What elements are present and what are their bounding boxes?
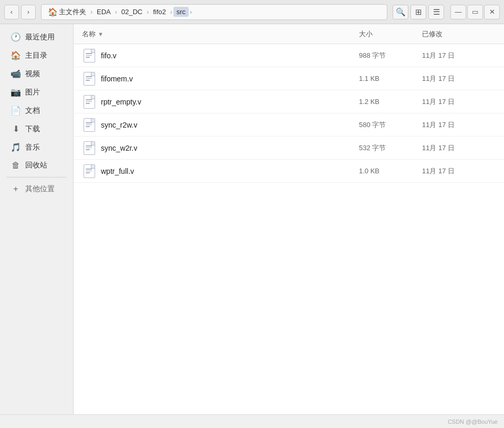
view-toggle-button[interactable]: ⊞: [410, 5, 426, 19]
sidebar-item-documents[interactable]: 📄 文档: [2, 102, 71, 119]
sidebar-item-other-locations[interactable]: + 其他位置: [2, 181, 71, 197]
file-size: 988 字节: [359, 51, 422, 60]
sidebar-item-home[interactable]: 🏠 主目录: [2, 47, 71, 64]
window-controls: — ▭ ✕: [450, 5, 500, 19]
file-icon-wrap: [82, 118, 97, 132]
breadcrumb-home[interactable]: 🏠 主文件夹: [45, 6, 89, 18]
sidebar-label-trash: 回收站: [25, 161, 47, 170]
file-list-header: 名称 ▼ 大小 已修改: [74, 24, 504, 44]
file-icon-wrap: [82, 164, 97, 179]
file-doc-line-1: [86, 99, 92, 100]
file-size: 1.0 KB: [359, 167, 422, 175]
breadcrumb-02dc-label: 02_DC: [121, 8, 142, 16]
sidebar-item-trash[interactable]: 🗑 回收站: [2, 157, 71, 174]
breadcrumb-more: ›: [190, 8, 192, 16]
col-name-header[interactable]: 名称 ▼: [82, 29, 359, 39]
breadcrumb-eda[interactable]: EDA: [94, 7, 114, 17]
file-doc-line-3: [86, 126, 90, 127]
music-icon: 🎵: [11, 142, 21, 152]
sidebar-label-pictures: 图片: [25, 88, 40, 97]
file-doc-line-3: [86, 149, 90, 150]
file-icon-wrap: [82, 48, 97, 63]
documents-icon: 📄: [11, 106, 21, 116]
file-name: fifomem.v: [101, 75, 359, 83]
file-name: sync_w2r.v: [101, 144, 359, 152]
table-row[interactable]: rptr_empty.v 1.2 KB 11月 17 日: [74, 90, 504, 113]
breadcrumb-fifo2[interactable]: fifo2: [150, 7, 169, 17]
file-modified: 11月 17 日: [422, 51, 496, 60]
table-row[interactable]: sync_w2r.v 532 字节 11月 17 日: [74, 137, 504, 160]
sort-icon: ▼: [98, 31, 104, 37]
nav-forward-button[interactable]: ›: [21, 5, 36, 19]
file-modified: 11月 17 日: [422, 97, 496, 107]
file-icon-wrap: [82, 71, 97, 86]
table-row[interactable]: wptr_full.v 1.0 KB 11月 17 日: [74, 160, 504, 183]
file-doc-line-2: [86, 171, 92, 172]
table-row[interactable]: fifomem.v 1.1 KB 11月 17 日: [74, 67, 504, 90]
col-modified-label: 已修改: [422, 30, 443, 38]
close-icon: ✕: [489, 8, 495, 16]
file-doc-icon: [84, 95, 95, 109]
file-doc-line-3: [86, 172, 90, 173]
file-modified: 11月 17 日: [422, 166, 496, 176]
col-name-label: 名称: [82, 29, 96, 39]
sidebar-label-downloads: 下载: [25, 124, 40, 134]
col-modified-header[interactable]: 已修改: [422, 29, 496, 39]
file-doc-icon: [84, 49, 95, 62]
statusbar: CSDN @@BouYue: [0, 414, 504, 428]
file-icon-wrap: [82, 95, 97, 109]
breadcrumb-sep-3: ›: [147, 8, 149, 16]
file-modified: 11月 17 日: [422, 74, 496, 83]
minimize-icon: —: [455, 8, 462, 16]
menu-button[interactable]: ☰: [428, 5, 444, 19]
video-icon: 📹: [11, 69, 21, 79]
file-size: 1.2 KB: [359, 98, 422, 106]
breadcrumb-eda-label: EDA: [97, 8, 111, 16]
file-size: 532 字节: [359, 143, 422, 153]
file-doc-line-1: [86, 145, 92, 147]
restore-button[interactable]: ▭: [467, 5, 483, 19]
minimize-button[interactable]: —: [450, 5, 466, 19]
sidebar-item-pictures[interactable]: 📷 图片: [2, 83, 71, 101]
sidebar-divider: [6, 177, 67, 178]
sidebar-item-recent[interactable]: 🕐 最近使用: [2, 28, 71, 46]
file-doc-line-1: [86, 53, 92, 54]
pictures-icon: 📷: [11, 87, 21, 97]
file-name: rptr_empty.v: [101, 98, 359, 106]
breadcrumb: 🏠 主文件夹 › EDA › 02_DC › fifo2 › src ›: [41, 4, 387, 20]
file-doc-line-1: [86, 169, 92, 170]
breadcrumb-02dc[interactable]: 02_DC: [118, 7, 146, 17]
restore-icon: ▭: [472, 8, 478, 16]
file-name: fifo.v: [101, 51, 359, 60]
home-icon: 🏠: [48, 7, 58, 17]
sidebar-item-downloads[interactable]: ⬇ 下载: [2, 120, 71, 138]
sidebar-item-music[interactable]: 🎵 音乐: [2, 139, 71, 156]
recent-icon: 🕐: [11, 32, 21, 42]
nav-back-button[interactable]: ‹: [4, 5, 19, 19]
table-row[interactable]: fifo.v 988 字节 11月 17 日: [74, 44, 504, 67]
sidebar-item-video[interactable]: 📹 视频: [2, 65, 71, 82]
downloads-icon: ⬇: [11, 124, 21, 134]
file-doc-icon: [84, 72, 95, 86]
breadcrumb-src[interactable]: src: [173, 7, 189, 17]
file-doc-line-3: [86, 80, 90, 81]
file-modified: 11月 17 日: [422, 120, 496, 130]
sidebar-label-documents: 文档: [25, 106, 40, 116]
col-size-header[interactable]: 大小: [359, 29, 422, 39]
file-doc-icon: [84, 164, 95, 178]
sidebar-label-music: 音乐: [25, 143, 40, 152]
sidebar-label-other: 其他位置: [25, 184, 55, 194]
search-button[interactable]: 🔍: [393, 5, 408, 19]
table-row[interactable]: sync_r2w.v 580 字节 11月 17 日: [74, 113, 504, 137]
breadcrumb-fifo2-label: fifo2: [153, 8, 166, 16]
trash-icon: 🗑: [11, 161, 21, 170]
sidebar: 🕐 最近使用 🏠 主目录 📹 视频 📷 图片 📄 文档 ⬇ 下载 🎵 音乐 🗑: [0, 24, 74, 414]
statusbar-label: CSDN @@BouYue: [448, 419, 498, 425]
breadcrumb-sep-4: ›: [170, 8, 172, 16]
add-icon: +: [11, 184, 21, 194]
file-doc-line-1: [86, 122, 92, 123]
close-button[interactable]: ✕: [484, 5, 500, 19]
file-size: 580 字节: [359, 120, 422, 130]
home-sidebar-icon: 🏠: [11, 50, 21, 60]
breadcrumb-home-label: 主文件夹: [59, 7, 86, 17]
